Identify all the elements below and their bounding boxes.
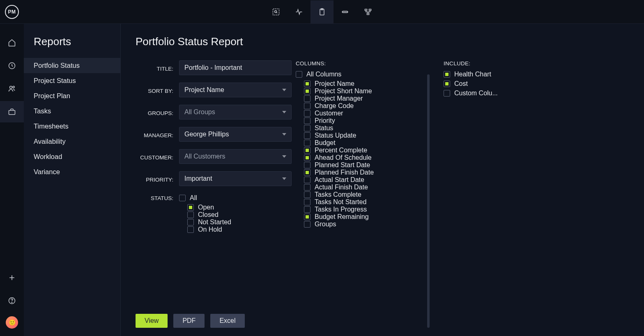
sidebar-item[interactable]: Project Plan — [24, 88, 120, 104]
column-checkbox[interactable]: Budget Remaining — [296, 213, 427, 221]
column-checkbox[interactable]: Project Name — [296, 80, 427, 87]
column-checkbox[interactable]: Tasks Complete — [296, 191, 427, 198]
groups-label: GROUPS: — [136, 108, 179, 116]
column-checkbox[interactable]: Tasks Not Started — [296, 198, 427, 206]
hierarchy-icon[interactable] — [356, 0, 380, 23]
sort-label: SORT BY: — [136, 86, 179, 94]
manager-label: MANAGER: — [136, 131, 179, 138]
columns-label: COLUMNS: — [296, 60, 427, 67]
include-label: INCLUDE: — [444, 60, 522, 67]
checkbox-icon — [187, 204, 194, 211]
title-label: TITLE: — [136, 64, 179, 72]
sidebar: Reports Portfolio StatusProject StatusPr… — [24, 24, 121, 336]
user-avatar[interactable]: 🙂 — [6, 316, 18, 329]
column-checkbox[interactable]: Actual Finish Date — [296, 184, 427, 191]
include-checkbox[interactable]: Cost — [444, 80, 522, 87]
column-checkbox[interactable]: Ahead Of Schedule — [296, 154, 427, 161]
svg-point-10 — [13, 86, 14, 88]
sidebar-item[interactable]: Workload — [24, 149, 120, 164]
checkbox-icon — [304, 154, 310, 161]
columns-section: COLUMNS: All Columns Project NameProject… — [296, 60, 427, 328]
svg-rect-4 — [342, 11, 347, 12]
checkbox-icon — [304, 191, 310, 198]
checkbox-icon — [304, 162, 310, 168]
search-zoom-icon[interactable] — [264, 0, 288, 23]
column-checkbox[interactable]: Status Update — [296, 132, 427, 139]
view-button[interactable]: View — [136, 314, 168, 328]
svg-rect-7 — [367, 13, 369, 14]
column-checkbox[interactable]: Planned Finish Date — [296, 169, 427, 176]
activity-icon[interactable] — [288, 0, 310, 23]
topbar: PM — [0, 0, 644, 24]
checkbox-icon — [304, 81, 310, 87]
checkbox-icon — [304, 140, 310, 146]
column-checkbox[interactable]: Project Manager — [296, 95, 427, 102]
help-icon[interactable] — [0, 290, 24, 311]
column-checkbox[interactable]: Customer — [296, 110, 427, 117]
column-checkbox[interactable]: Project Short Name — [296, 87, 427, 95]
checkbox-icon — [187, 219, 194, 226]
nav-rail: 🙂 — [0, 24, 24, 336]
include-checkbox[interactable]: Health Chart — [444, 71, 522, 78]
column-checkbox[interactable]: Tasks In Progress — [296, 206, 427, 213]
status-checkbox[interactable]: Closed — [179, 211, 292, 219]
sidebar-item[interactable]: Availability — [24, 134, 120, 149]
checkbox-icon — [444, 90, 450, 97]
excel-button[interactable]: Excel — [210, 314, 244, 328]
sidebar-item[interactable]: Timesheets — [24, 119, 120, 134]
status-checkbox[interactable]: On Hold — [179, 226, 292, 233]
briefcase-icon[interactable] — [0, 101, 24, 122]
sidebar-item[interactable]: Variance — [24, 164, 120, 180]
include-section: INCLUDE: Health ChartCostCustom Colu... — [444, 60, 522, 328]
checkbox-icon — [444, 81, 450, 87]
checkbox-icon — [304, 95, 310, 102]
plus-icon[interactable] — [0, 267, 24, 288]
svg-point-13 — [12, 302, 12, 303]
checkbox-icon — [304, 169, 310, 176]
people-icon[interactable] — [0, 78, 24, 99]
checkbox-icon — [304, 184, 310, 191]
sidebar-title: Reports — [24, 35, 120, 58]
app-logo[interactable]: PM — [0, 0, 24, 24]
checkbox-icon — [304, 88, 310, 94]
all-columns-checkbox[interactable]: All Columns — [296, 71, 427, 78]
status-label: STATUS: — [136, 193, 179, 201]
clock-icon[interactable] — [0, 55, 24, 76]
checkbox-icon — [444, 71, 450, 78]
column-checkbox[interactable]: Groups — [296, 221, 427, 228]
column-checkbox[interactable]: Planned Start Date — [296, 161, 427, 169]
customer-label: CUSTOMER: — [136, 153, 179, 161]
column-checkbox[interactable]: Actual Start Date — [296, 176, 427, 184]
sidebar-item[interactable]: Portfolio Status — [24, 58, 120, 73]
checkbox-icon — [304, 147, 310, 154]
status-all-checkbox[interactable]: All — [179, 194, 292, 202]
checkbox-icon — [304, 132, 310, 139]
column-checkbox[interactable]: Status — [296, 124, 427, 132]
checkbox-icon — [304, 177, 310, 183]
column-checkbox[interactable]: Charge Code — [296, 102, 427, 110]
checkbox-icon — [304, 206, 310, 213]
priority-label: PRIORITY: — [136, 175, 179, 183]
checkbox-icon — [187, 226, 194, 233]
home-icon[interactable] — [0, 32, 24, 53]
pdf-button[interactable]: PDF — [173, 314, 205, 328]
svg-point-9 — [10, 86, 12, 89]
content: Portfolio Status Report TITLE: SORT BY: … — [121, 24, 644, 336]
status-checkbox[interactable]: Open — [179, 204, 292, 211]
sidebar-item[interactable]: Tasks — [24, 104, 120, 119]
scrollbar[interactable] — [427, 74, 430, 328]
sidebar-item[interactable]: Project Status — [24, 73, 120, 88]
link-icon[interactable] — [334, 0, 356, 23]
svg-rect-5 — [365, 9, 367, 10]
column-checkbox[interactable]: Priority — [296, 117, 427, 124]
checkbox-icon — [304, 110, 310, 117]
include-checkbox[interactable]: Custom Colu... — [444, 90, 522, 97]
status-checkbox[interactable]: Not Started — [179, 219, 292, 226]
checkbox-icon — [304, 199, 310, 205]
clipboard-icon[interactable] — [310, 0, 334, 23]
column-checkbox[interactable]: Percent Complete — [296, 147, 427, 154]
column-checkbox[interactable]: Budget — [296, 139, 427, 147]
svg-rect-0 — [273, 9, 279, 15]
checkbox-icon — [304, 214, 310, 220]
checkbox-icon — [304, 103, 310, 109]
